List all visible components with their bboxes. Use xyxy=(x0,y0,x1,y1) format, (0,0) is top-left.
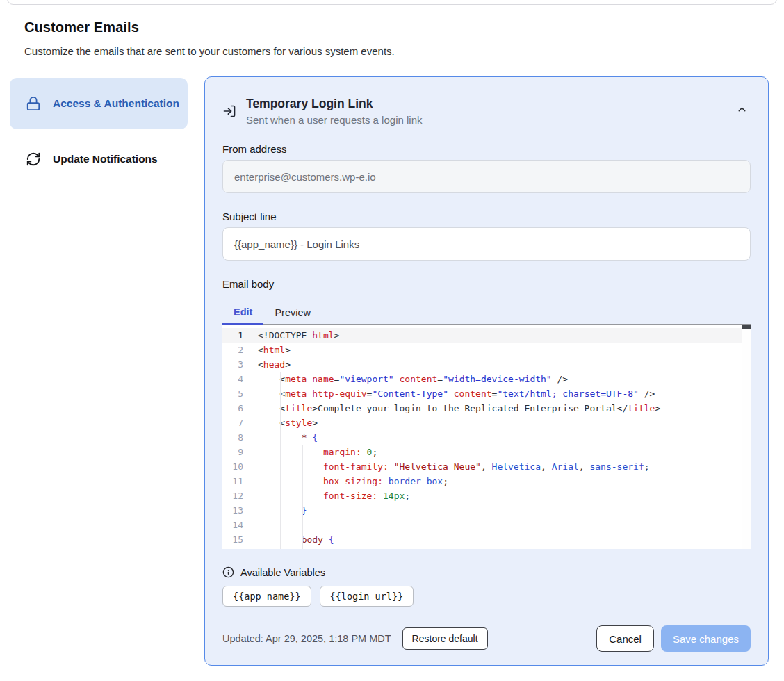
code-text: <head> xyxy=(254,357,291,372)
page-subtitle: Customize the emails that are sent to yo… xyxy=(24,45,395,57)
info-icon xyxy=(222,566,234,578)
variable-chip[interactable]: {{login_url}} xyxy=(320,586,414,607)
code-text: box-sizing: border-box; xyxy=(254,474,448,489)
code-text: <style> xyxy=(254,416,318,430)
code-line[interactable]: 14 xyxy=(222,518,742,532)
available-variables-row: Available Variables xyxy=(222,566,751,578)
line-number: 6 xyxy=(222,401,254,416)
line-number: 16 xyxy=(222,547,254,549)
code-line[interactable]: 10 font-family: "Helvetica Neue", Helvet… xyxy=(222,459,742,474)
code-text: font-family: "Helvetica Neue", Helvetica… xyxy=(254,459,650,474)
line-number: 5 xyxy=(222,386,254,401)
tab-preview[interactable]: Preview xyxy=(263,300,322,325)
code-text xyxy=(254,518,258,532)
tab-edit[interactable]: Edit xyxy=(222,300,263,325)
temporary-login-link-panel: Temporary Login Link Sent when a user re… xyxy=(204,76,769,666)
code-line[interactable]: 15 body { xyxy=(222,532,742,547)
line-number: 8 xyxy=(222,430,254,445)
login-icon xyxy=(222,104,236,118)
code-line[interactable]: 8 * { xyxy=(222,430,742,445)
code-text: * { xyxy=(254,430,318,445)
line-number: 2 xyxy=(222,343,254,357)
panel-header-text: Temporary Login Link Sent when a user re… xyxy=(246,95,422,126)
from-address-input[interactable] xyxy=(222,160,751,193)
updated-timestamp: Updated: Apr 29, 2025, 1:18 PM MDT xyxy=(222,633,391,644)
code-text: background-color: #ffffff; xyxy=(254,547,464,549)
collapse-panel-button[interactable] xyxy=(733,101,751,118)
code-line[interactable]: 1<!DOCTYPE html> xyxy=(222,328,742,343)
email-body-tabbar: Edit Preview xyxy=(222,300,751,325)
variable-chip[interactable]: {{app_name}} xyxy=(222,586,311,607)
line-number: 9 xyxy=(222,445,254,459)
previous-card-bottom-edge xyxy=(7,0,777,5)
code-line[interactable]: 2<html> xyxy=(222,343,742,357)
line-number: 11 xyxy=(222,474,254,489)
restore-default-button[interactable]: Restore default xyxy=(402,627,488,650)
code-line[interactable]: 16 background-color: #ffffff; xyxy=(222,547,742,549)
line-number: 13 xyxy=(222,503,254,518)
panel-subtitle: Sent when a user requests a login link xyxy=(246,114,422,126)
from-address-label: From address xyxy=(222,143,751,155)
code-text: <html> xyxy=(254,343,291,357)
code-text: <title>Complete your login to the Replic… xyxy=(254,401,660,416)
code-line[interactable]: 11 box-sizing: border-box; xyxy=(222,474,742,489)
code-text: font-size: 14px; xyxy=(254,489,410,503)
line-number: 14 xyxy=(222,518,254,532)
code-line[interactable]: 12 font-size: 14px; xyxy=(222,489,742,503)
line-number: 12 xyxy=(222,489,254,503)
save-changes-button[interactable]: Save changes xyxy=(661,625,751,652)
sidebar-item-update-notifications[interactable]: Update Notifications xyxy=(10,145,188,174)
code-lines: 1<!DOCTYPE html>2<html>3<head>4 <meta na… xyxy=(222,325,742,549)
indent-guide xyxy=(302,445,303,549)
editor-scrollbar-thumb[interactable] xyxy=(742,325,751,329)
line-number: 4 xyxy=(222,372,254,386)
indent-guide xyxy=(280,372,281,549)
email-types-sidebar: Access & Authentication Update Notificat… xyxy=(10,78,188,174)
cancel-button[interactable]: Cancel xyxy=(596,625,654,652)
code-line[interactable]: 4 <meta name="viewport" content="width=d… xyxy=(222,372,742,386)
line-number: 7 xyxy=(222,416,254,430)
refresh-icon xyxy=(26,151,41,167)
code-line[interactable]: 13 } xyxy=(222,503,742,518)
code-text: <!DOCTYPE html> xyxy=(254,328,339,343)
code-text: body { xyxy=(254,532,334,547)
subject-line-input[interactable] xyxy=(222,227,751,261)
sidebar-item-access-authentication[interactable]: Access & Authentication xyxy=(10,78,188,129)
editor-scrollbar[interactable] xyxy=(742,325,751,549)
email-body-label: Email body xyxy=(222,278,751,290)
email-body-code-editor[interactable]: 1<!DOCTYPE html>2<html>3<head>4 <meta na… xyxy=(222,325,751,549)
footer-actions: Cancel Save changes xyxy=(596,625,751,652)
panel-title: Temporary Login Link xyxy=(246,95,422,112)
code-text: <meta http-equiv="Content-Type" content=… xyxy=(254,386,655,401)
line-number: 15 xyxy=(222,532,254,547)
code-line[interactable]: 5 <meta http-equiv="Content-Type" conten… xyxy=(222,386,742,401)
line-number: 10 xyxy=(222,459,254,474)
panel-footer: Updated: Apr 29, 2025, 1:18 PM MDT Resto… xyxy=(222,625,751,652)
available-variables-label: Available Variables xyxy=(240,567,325,578)
variable-chips: {{app_name}}{{login_url}} xyxy=(222,586,751,607)
code-line[interactable]: 7 <style> xyxy=(222,416,742,430)
panel-header: Temporary Login Link Sent when a user re… xyxy=(222,95,751,126)
subject-line-label: Subject line xyxy=(222,211,751,222)
chevron-up-icon xyxy=(736,104,748,115)
code-line[interactable]: 3<head> xyxy=(222,357,742,372)
sidebar-item-label: Access & Authentication xyxy=(53,95,179,112)
sidebar-item-label: Update Notifications xyxy=(53,151,158,167)
line-number: 3 xyxy=(222,357,254,372)
code-line[interactable]: 9 margin: 0; xyxy=(222,445,742,459)
lock-icon xyxy=(26,96,41,111)
code-text: margin: 0; xyxy=(254,445,377,459)
code-text: <meta name="viewport" content="width=dev… xyxy=(254,372,568,386)
line-number: 1 xyxy=(222,328,254,343)
page-title: Customer Emails xyxy=(24,19,139,35)
code-line[interactable]: 6 <title>Complete your login to the Repl… xyxy=(222,401,742,416)
